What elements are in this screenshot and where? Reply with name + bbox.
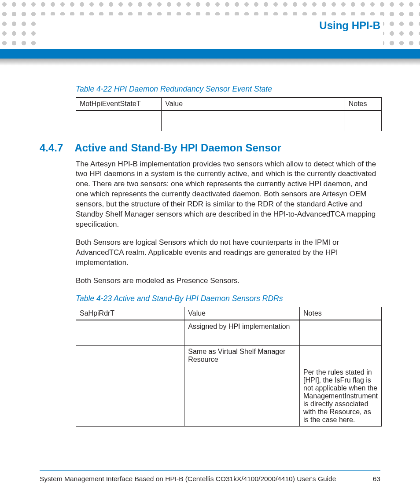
header-shadow — [0, 59, 420, 66]
footer-page-number: 63 — [373, 475, 380, 483]
table-header-cell: Notes — [345, 98, 381, 111]
table-header-cell: MotHpiEventStateT — [76, 98, 162, 111]
table-cell — [184, 366, 300, 426]
table-422-caption: Table 4-22 HPI Daemon Redundancy Sensor … — [76, 85, 382, 94]
section-title: Active and Stand-By HPI Daemon Sensor — [74, 142, 281, 154]
table-cell — [300, 320, 382, 333]
paragraph: Both Sensors are modeled as Presence Sen… — [76, 276, 382, 286]
table-header-cell: Value — [184, 307, 300, 320]
table-cell — [76, 345, 184, 366]
table-header-row: SaHpiRdrT Value Notes — [76, 307, 382, 320]
table-header-cell: SaHpiRdrT — [76, 307, 184, 320]
footer-doc-title: System Management Interface Based on HPI… — [40, 475, 336, 483]
paragraph: Both Sensors are logical Sensors which d… — [76, 238, 382, 268]
page-footer: System Management Interface Based on HPI… — [40, 470, 380, 483]
table-cell: Assigned by HPI implementation — [184, 320, 300, 333]
table-cell — [300, 333, 382, 345]
table-cell — [76, 333, 184, 345]
chapter-title: Using HPI-B — [319, 19, 380, 32]
table-423: SaHpiRdrT Value Notes Assigned by HPI im… — [76, 307, 382, 427]
table-header-row: MotHpiEventStateT Value Notes — [76, 98, 382, 111]
table-header-cell: Value — [162, 98, 345, 111]
section-number: 4.4.7 — [40, 142, 63, 154]
table-cell: Same as Virtual Shelf Manager Resource — [184, 345, 300, 366]
table-cell — [76, 366, 184, 426]
header-blue-bar — [0, 49, 420, 59]
table-422: MotHpiEventStateT Value Notes — [76, 97, 382, 131]
table-cell — [162, 110, 345, 131]
table-cell — [300, 345, 382, 366]
table-cell — [76, 320, 184, 333]
table-cell — [184, 333, 300, 345]
table-row — [76, 110, 382, 131]
table-cell: Per the rules stated in [HPI], the IsFru… — [300, 366, 382, 426]
table-row — [76, 333, 382, 345]
table-header-cell: Notes — [300, 307, 382, 320]
table-cell — [345, 110, 381, 131]
table-423-caption: Table 4-23 Active and Stand-By HPI Daemo… — [76, 294, 382, 303]
paragraph: The Artesyn HPI-B implementation provide… — [76, 159, 382, 230]
table-row: Same as Virtual Shelf Manager Resource — [76, 345, 382, 366]
table-cell — [76, 110, 162, 131]
table-row: Per the rules stated in [HPI], the IsFru… — [76, 366, 382, 426]
table-row: Assigned by HPI implementation — [76, 320, 382, 333]
